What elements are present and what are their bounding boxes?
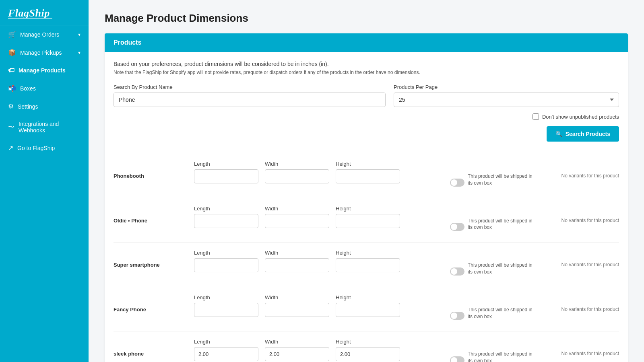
sidebar-item-go-to-flagship[interactable]: ↗ Go to FlagShip — [0, 139, 89, 157]
width-label: Width — [265, 206, 329, 212]
card-header: Products — [105, 33, 628, 52]
card-body: Based on your preferences, product dimen… — [105, 52, 628, 362]
table-row: Fancy Phone Length Width Height This pro… — [114, 287, 619, 332]
height-field: Height — [336, 206, 400, 228]
variants-col: No variants for this product — [547, 250, 619, 267]
width-input[interactable] — [265, 303, 329, 317]
chevron-down-icon: ▾ — [78, 50, 80, 56]
search-products-button[interactable]: 🔍 Search Products — [547, 126, 619, 142]
length-label: Length — [194, 206, 258, 212]
length-input[interactable] — [194, 214, 258, 228]
length-field: Length — [194, 250, 258, 272]
width-input[interactable] — [265, 214, 329, 228]
height-input[interactable] — [336, 347, 400, 361]
variants-col: No variants for this product — [547, 339, 619, 356]
sidebar-item-label: Manage Orders — [20, 31, 59, 38]
length-field: Length — [194, 294, 258, 317]
own-box-toggle[interactable] — [450, 267, 464, 276]
length-input[interactable] — [194, 347, 258, 361]
width-label: Width — [265, 294, 329, 300]
height-label: Height — [336, 206, 400, 212]
boxes-icon: 📬 — [8, 84, 16, 92]
width-input[interactable] — [265, 347, 329, 361]
product-name: Fancy Phone — [114, 294, 186, 313]
length-field: Length — [194, 206, 258, 228]
height-field: Height — [336, 161, 400, 183]
height-label: Height — [336, 339, 400, 345]
sidebar-item-settings[interactable]: ⚙ Settings — [0, 97, 89, 115]
sidebar-item-manage-products[interactable]: 🏷 Manage Products — [0, 62, 89, 79]
length-label: Length — [194, 294, 258, 300]
dim-group: Length Width Height — [194, 206, 442, 228]
width-field: Width — [265, 294, 329, 317]
go-to-flagship-icon: ↗ — [8, 144, 13, 152]
own-box-col: This product will be shipped in its own … — [450, 206, 539, 235]
product-name: Oldie • Phone — [114, 206, 186, 224]
own-box-col: This product will be shipped in its own … — [450, 339, 539, 362]
search-btn-label: Search Products — [566, 131, 610, 137]
search-input[interactable] — [114, 93, 386, 107]
length-field: Length — [194, 339, 258, 361]
search-by-label: Search By Product Name — [114, 84, 386, 90]
sidebar-item-boxes[interactable]: 📬 Boxes — [0, 79, 89, 97]
sidebar-item-label: Go to FlagShip — [17, 145, 55, 151]
sidebar-item-integrations[interactable]: 〜 Integrations and Webhooks — [0, 115, 89, 139]
table-row: Super smartphone Length Width Height Thi… — [114, 243, 619, 287]
length-input[interactable] — [194, 258, 258, 272]
length-input[interactable] — [194, 169, 258, 183]
width-label: Width — [265, 339, 329, 345]
logo[interactable]: FlagShip — [8, 7, 80, 19]
height-input[interactable] — [336, 258, 400, 272]
table-row: Oldie • Phone Length Width Height This p… — [114, 198, 619, 243]
height-label: Height — [336, 250, 400, 256]
height-input[interactable] — [336, 303, 400, 317]
dim-group: Length Width Height — [194, 339, 442, 361]
height-input[interactable] — [336, 214, 400, 228]
per-page-label: Products Per Page — [394, 84, 619, 90]
own-box-toggle[interactable] — [450, 223, 464, 231]
height-field: Height — [336, 294, 400, 317]
own-box-label: This product will be shipped in its own … — [468, 218, 539, 231]
search-icon: 🔍 — [555, 131, 562, 137]
variants-col: No variants for this product — [547, 294, 619, 312]
search-row: Search By Product Name Products Per Page… — [114, 84, 619, 107]
unpublished-checkbox-label[interactable]: Don't show unpublished products — [533, 113, 619, 120]
width-input[interactable] — [265, 258, 329, 272]
sidebar-item-label: Manage Pickups — [20, 49, 62, 56]
products-table: Phonebooth Length Width Height This prod… — [114, 154, 619, 362]
main-content: Manage Product Dimensions Products Based… — [89, 0, 644, 362]
width-field: Width — [265, 250, 329, 272]
unpublished-label: Don't show unpublished products — [542, 114, 619, 120]
info-text: Based on your preferences, product dimen… — [114, 61, 619, 67]
length-input[interactable] — [194, 303, 258, 317]
sidebar-item-label: Boxes — [20, 85, 36, 92]
own-box-toggle[interactable] — [450, 356, 464, 362]
per-page-select[interactable]: 2550100 — [394, 93, 619, 107]
search-name-group: Search By Product Name — [114, 84, 386, 107]
unpublished-checkbox[interactable] — [533, 113, 539, 120]
own-box-label: This product will be shipped in its own … — [468, 173, 539, 187]
own-box-col: This product will be shipped in its own … — [450, 294, 539, 324]
own-box-label: This product will be shipped in its own … — [468, 262, 539, 276]
integrations-icon: 〜 — [8, 123, 14, 132]
dim-group: Length Width Height — [194, 250, 442, 272]
sidebar-item-manage-orders[interactable]: 🛒 Manage Orders ▾ — [0, 25, 89, 43]
length-label: Length — [194, 250, 258, 256]
manage-pickups-icon: 📦 — [8, 49, 16, 56]
variants-col: No variants for this product — [547, 161, 619, 179]
own-box-toggle[interactable] — [450, 179, 464, 187]
width-field: Width — [265, 161, 329, 183]
manage-products-icon: 🏷 — [8, 67, 14, 74]
own-box-toggle[interactable] — [450, 312, 464, 320]
options-row: Don't show unpublished products — [114, 113, 619, 120]
variants-col: No variants for this product — [547, 206, 619, 223]
logo-area: FlagShip — [0, 0, 89, 25]
height-input[interactable] — [336, 169, 400, 183]
width-input[interactable] — [265, 169, 329, 183]
page-title: Manage Product Dimensions — [105, 12, 628, 25]
length-field: Length — [194, 161, 258, 183]
height-field: Height — [336, 250, 400, 272]
own-box-label: This product will be shipped in its own … — [468, 351, 539, 362]
sidebar-item-manage-pickups[interactable]: 📦 Manage Pickups ▾ — [0, 43, 89, 62]
height-label: Height — [336, 294, 400, 300]
